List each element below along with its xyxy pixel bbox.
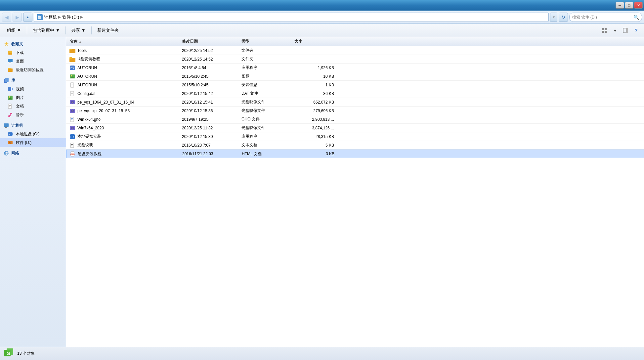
preview-pane-button[interactable] <box>621 26 630 35</box>
sidebar-item-drive-c[interactable]: 本地磁盘 (C:) <box>0 130 66 138</box>
breadcrumb-sep-1: ▶ <box>58 15 61 19</box>
download-label: 下载 <box>16 50 24 56</box>
file-type: 图标 <box>241 73 294 79</box>
table-row[interactable]: Config.dat 2020/10/12 15:42 DAT 文件 36 KB <box>66 89 644 98</box>
refresh-button[interactable]: ↻ <box>559 13 568 22</box>
new-folder-button[interactable]: 新建文件夹 <box>94 25 122 35</box>
download-icon <box>7 50 13 56</box>
table-row[interactable]: Tools 2020/12/25 14:52 文件夹 <box>66 46 644 55</box>
file-size: 279,696 KB <box>294 109 334 113</box>
library-section-label: 库 <box>11 78 15 83</box>
sidebar-item-music[interactable]: 音乐 <box>0 111 66 119</box>
organize-dropdown-icon: ▼ <box>17 28 21 33</box>
col-header-name[interactable]: 名称 ▲ <box>69 39 182 44</box>
file-name: AUTORUN <box>77 83 97 87</box>
table-row[interactable]: pe_yqs_1064_20_07_31_16_04 2020/10/12 15… <box>66 98 644 107</box>
svg-rect-16 <box>8 87 11 91</box>
file-type-icon <box>69 91 75 97</box>
sidebar-item-desktop[interactable]: 桌面 <box>0 57 66 66</box>
sidebar-item-video[interactable]: 视频 <box>0 85 66 93</box>
table-row[interactable]: U盘安装教程 2020/12/25 14:52 文件夹 <box>66 55 644 64</box>
toolbar-separator-1 <box>27 26 27 34</box>
file-type-icon: EX <box>69 134 75 140</box>
file-type: HTML 文档 <box>242 151 295 157</box>
table-row[interactable]: EX 本地硬盘安装 2020/10/12 15:30 应用程序 28,315 K… <box>66 132 644 141</box>
main-layout: ★ 收藏夹 下载 桌面 最近访问的位置 <box>0 37 644 347</box>
video-label: 视频 <box>16 86 24 92</box>
toolbar-right: ▾ ? <box>600 26 641 35</box>
maximize-button[interactable]: □ <box>625 2 633 9</box>
file-type-icon <box>69 108 75 114</box>
breadcrumb-drive[interactable]: 软件 (D:) <box>62 14 79 20</box>
up-button[interactable]: ▲ <box>23 13 32 22</box>
table-row[interactable]: HTML 硬盘安装教程 2016/11/21 22:03 HTML 文档 3 K… <box>66 150 644 158</box>
network-label: 网络 <box>11 151 19 156</box>
col-header-date[interactable]: 修改日期 <box>182 39 241 44</box>
close-button[interactable]: ✕ <box>634 2 643 9</box>
computer-icon <box>3 122 9 128</box>
col-header-size[interactable]: 大小 <box>294 39 334 44</box>
file-date: 2016/1/8 4:54 <box>182 66 241 70</box>
address-bar: ◀ ▶ ▲ 计算机 ▶ 软件 (D:) ▶ ▾ ↻ 🔍 <box>0 11 644 24</box>
share-button[interactable]: 共享 ▼ <box>68 25 89 35</box>
svg-rect-5 <box>605 31 607 33</box>
drive-c-label: 本地磁盘 (C:) <box>16 131 39 137</box>
address-dropdown[interactable]: ▾ <box>550 13 557 22</box>
breadcrumb-icon <box>37 14 43 20</box>
file-name: Win7x64.gho <box>77 117 101 122</box>
file-type: 光盘映像文件 <box>241 99 294 105</box>
file-type: DAT 文件 <box>241 91 294 96</box>
svg-rect-10 <box>8 59 13 62</box>
music-icon <box>7 112 13 118</box>
back-button[interactable]: ◀ <box>2 13 11 22</box>
sidebar-header-computer[interactable]: 计算机 <box>0 121 66 130</box>
file-type-icon: EX <box>69 65 75 71</box>
svg-rect-4 <box>602 31 604 33</box>
sidebar-header-library[interactable]: 库 <box>0 76 66 85</box>
sidebar-item-picture[interactable]: 图片 <box>0 93 66 102</box>
file-type-icon <box>69 73 75 79</box>
file-date: 2019/9/7 19:25 <box>182 117 241 122</box>
music-label: 音乐 <box>16 112 24 118</box>
col-header-type[interactable]: 类型 <box>241 39 294 44</box>
file-date: 2020/10/12 15:36 <box>182 109 241 113</box>
sidebar-section-computer: 计算机 本地磁盘 (C:) 软件 (D:) <box>0 121 66 147</box>
window-controls: ─ □ ✕ <box>616 2 643 9</box>
sidebar-item-drive-d[interactable]: 软件 (D:) <box>0 138 66 147</box>
sidebar-header-network[interactable]: 网络 <box>0 149 66 158</box>
sidebar-item-download[interactable]: 下载 <box>0 48 66 57</box>
search-icon[interactable]: 🔍 <box>633 14 639 20</box>
toolbar-separator-2 <box>65 26 66 34</box>
table-row[interactable]: AUTORUN 2015/5/10 2:45 安装信息 1 KB <box>66 81 644 89</box>
minimize-button[interactable]: ─ <box>616 2 624 9</box>
table-row[interactable]: Win7x64.gho 2019/9/7 19:25 GHO 文件 2,900,… <box>66 115 644 124</box>
table-row[interactable]: AUTORUN 2015/5/10 2:45 图标 10 KB <box>66 72 644 81</box>
forward-button[interactable]: ▶ <box>13 13 22 22</box>
drive-d-label: 软件 (D:) <box>16 140 31 146</box>
table-row[interactable]: 光盘说明 2016/10/23 7:07 文本文档 5 KB <box>66 141 644 150</box>
view-options-button[interactable] <box>600 26 609 35</box>
library-button[interactable]: 包含到库中 ▼ <box>29 25 64 35</box>
table-row[interactable]: Win7x64_2020 2020/12/25 11:32 光盘映像文件 3,8… <box>66 124 644 132</box>
file-type: 光盘映像文件 <box>241 125 294 131</box>
organize-button[interactable]: 组织 ▼ <box>3 25 25 35</box>
table-row[interactable]: pe_yqs_xp_20_07_31_15_53 2020/10/12 15:3… <box>66 107 644 115</box>
file-type: 文本文档 <box>241 142 294 148</box>
svg-rect-6 <box>623 28 626 33</box>
svg-rect-24 <box>9 107 10 107</box>
svg-rect-61 <box>71 119 72 119</box>
status-bar: S 13 个对象 <box>0 347 644 360</box>
svg-rect-8 <box>8 53 12 55</box>
file-size: 3 KB <box>295 152 334 156</box>
view-dropdown-button[interactable]: ▾ <box>610 26 620 35</box>
svg-text:S: S <box>7 351 10 356</box>
table-row[interactable]: EX AUTORUN 2016/1/8 4:54 应用程序 1,926 KB <box>66 64 644 72</box>
svg-rect-41 <box>69 57 72 59</box>
sidebar-item-recent[interactable]: 最近访问的位置 <box>0 66 66 74</box>
breadcrumb-computer[interactable]: 计算机 <box>44 14 57 20</box>
sidebar-header-favorites[interactable]: ★ 收藏夹 <box>0 40 66 48</box>
sidebar-item-doc[interactable]: 文档 <box>0 102 66 111</box>
help-button[interactable]: ? <box>631 26 641 35</box>
file-date: 2020/10/12 15:41 <box>182 100 241 105</box>
search-input[interactable] <box>572 15 632 20</box>
